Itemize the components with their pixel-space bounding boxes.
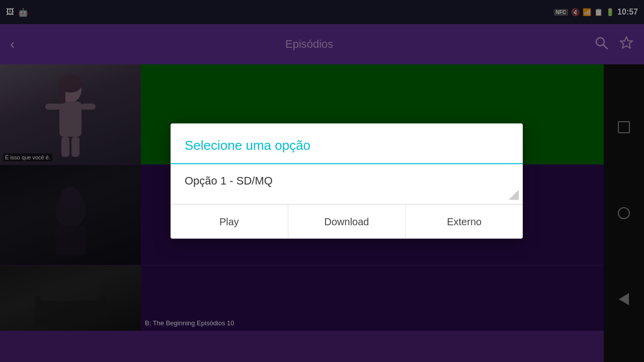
dialog-header: Selecione uma opção bbox=[171, 124, 523, 164]
option-dialog: Selecione uma opção Opção 1 - SD/MQ Play… bbox=[171, 124, 523, 239]
dialog-title: Selecione uma opção bbox=[185, 138, 310, 153]
dialog-actions: Play Download Externo bbox=[171, 205, 523, 239]
play-button[interactable]: Play bbox=[171, 205, 288, 239]
external-button[interactable]: Externo bbox=[406, 205, 523, 239]
dialog-option: Opção 1 - SD/MQ bbox=[185, 174, 273, 187]
dialog-body: Opção 1 - SD/MQ bbox=[171, 164, 523, 205]
resize-corner-icon bbox=[509, 190, 519, 200]
download-button[interactable]: Download bbox=[288, 205, 406, 239]
